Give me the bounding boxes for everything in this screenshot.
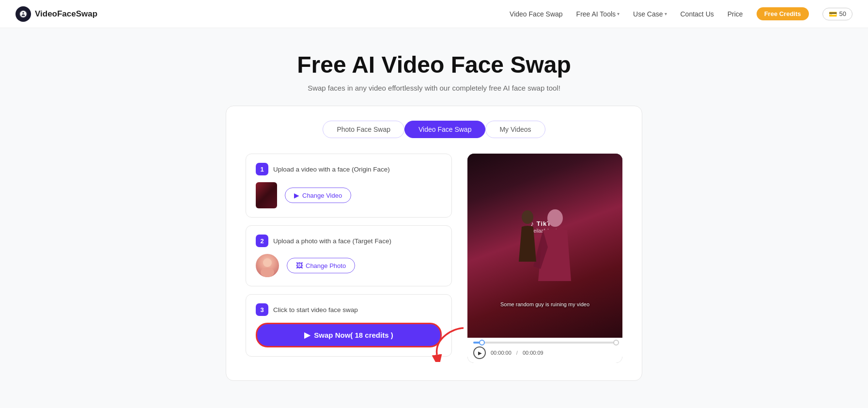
- step-2-header: 2 Upload a photo with a face (Target Fac…: [256, 235, 442, 247]
- tool-layout: 1 Upload a video with a face (Origin Fac…: [246, 154, 622, 363]
- play-pause-button[interactable]: ▶: [473, 346, 486, 359]
- step-1-number: 1: [256, 163, 268, 175]
- step-2-card: 2 Upload a photo with a face (Target Fac…: [246, 225, 452, 286]
- video-controls: ▶ 00:00:00 / 00:00:09: [467, 338, 622, 363]
- steps-panel: 1 Upload a video with a face (Origin Fac…: [246, 154, 452, 357]
- hero-section: Free AI Video Face Swap Swap faces in an…: [0, 28, 868, 106]
- step-3-label: Click to start video face swap: [273, 306, 358, 314]
- people-silhouette: [514, 204, 582, 310]
- step-3-content: ▶ Swap Now( 18 credits ): [256, 323, 442, 347]
- nav-contact-us[interactable]: Contact Us: [681, 10, 714, 18]
- time-total: 00:00:09: [523, 350, 543, 356]
- svg-point-4: [547, 209, 563, 227]
- progress-bar[interactable]: [473, 342, 617, 344]
- hero-subtitle: Swap faces in any video effortlessly wit…: [10, 84, 858, 92]
- svg-point-5: [522, 210, 533, 224]
- nav-free-ai-tools[interactable]: Free AI Tools ▾: [576, 10, 620, 18]
- controls-row: ▶ 00:00:00 / 00:00:09: [473, 346, 617, 359]
- change-photo-button[interactable]: 🖼 Change Photo: [287, 258, 355, 273]
- hero-title: Free AI Video Face Swap: [10, 51, 858, 78]
- step-3-card: 3 Click to start video face swap ▶ Swap …: [246, 294, 452, 357]
- chevron-down-icon: ▾: [617, 11, 620, 16]
- step-1-header: 1 Upload a video with a face (Origin Fac…: [256, 163, 442, 175]
- step-2-content: 🖼 Change Photo: [256, 254, 442, 277]
- swap-now-button[interactable]: ▶ Swap Now( 18 credits ): [256, 323, 442, 347]
- step-2-number: 2: [256, 235, 268, 247]
- nav-price[interactable]: Price: [728, 10, 743, 18]
- play-icon-small: ▶: [478, 350, 482, 356]
- video-thumbnail: [256, 182, 277, 208]
- change-video-button[interactable]: ▶ Change Video: [285, 188, 351, 203]
- progress-end: [613, 340, 619, 345]
- tab-bar: Photo Face Swap Video Face Swap My Video…: [246, 121, 622, 138]
- progress-thumb[interactable]: [479, 340, 485, 345]
- step-2-label: Upload a photo with a face (Target Face): [273, 237, 391, 245]
- play-filled-icon: ▶: [304, 330, 310, 340]
- step-3-header: 3 Click to start video face swap: [256, 303, 442, 316]
- credits-badge[interactable]: 💳 50: [822, 8, 852, 20]
- image-icon: 🖼: [296, 262, 303, 269]
- step-1-card: 1 Upload a video with a face (Origin Fac…: [246, 154, 452, 218]
- video-thumb-image: [256, 182, 277, 208]
- logo-area[interactable]: VideoFaceSwap: [16, 6, 97, 22]
- play-icon: ▶: [294, 191, 299, 199]
- tab-photo-face-swap[interactable]: Photo Face Swap: [323, 121, 404, 138]
- step-3-number: 3: [256, 303, 268, 316]
- logo-icon: [16, 6, 31, 22]
- wallet-icon: 💳: [829, 10, 837, 18]
- step-1-label: Upload a video with a face (Origin Face): [273, 166, 390, 173]
- main-tool-card: Photo Face Swap Video Face Swap My Video…: [226, 106, 642, 381]
- svg-point-2: [261, 267, 274, 277]
- photo-thumbnail: [256, 254, 279, 277]
- photo-thumb-image: [256, 254, 279, 277]
- chevron-down-icon: ▾: [665, 11, 667, 16]
- time-current: 00:00:00: [491, 350, 512, 356]
- video-frame: ♪ TikTok @leilaafshonkar Some ra: [467, 154, 622, 338]
- video-background: ♪ TikTok @leilaafshonkar Some ra: [467, 154, 622, 338]
- logo-text: VideoFaceSwap: [35, 9, 97, 19]
- main-nav: Video Face Swap Free AI Tools ▾ Use Case…: [510, 7, 852, 20]
- nav-video-face-swap[interactable]: Video Face Swap: [510, 10, 562, 18]
- tab-my-videos[interactable]: My Videos: [485, 121, 545, 138]
- time-separator: /: [516, 350, 518, 356]
- free-credits-button[interactable]: Free Credits: [757, 7, 809, 20]
- video-caption: Some random guy is ruining my video: [483, 301, 607, 308]
- tab-video-face-swap[interactable]: Video Face Swap: [404, 121, 485, 138]
- step-1-content: ▶ Change Video: [256, 182, 442, 208]
- svg-point-1: [263, 258, 272, 267]
- video-preview-panel: ♪ TikTok @leilaafshonkar Some ra: [467, 154, 622, 363]
- nav-use-case[interactable]: Use Case ▾: [633, 10, 666, 18]
- header: VideoFaceSwap Video Face Swap Free AI To…: [0, 0, 868, 28]
